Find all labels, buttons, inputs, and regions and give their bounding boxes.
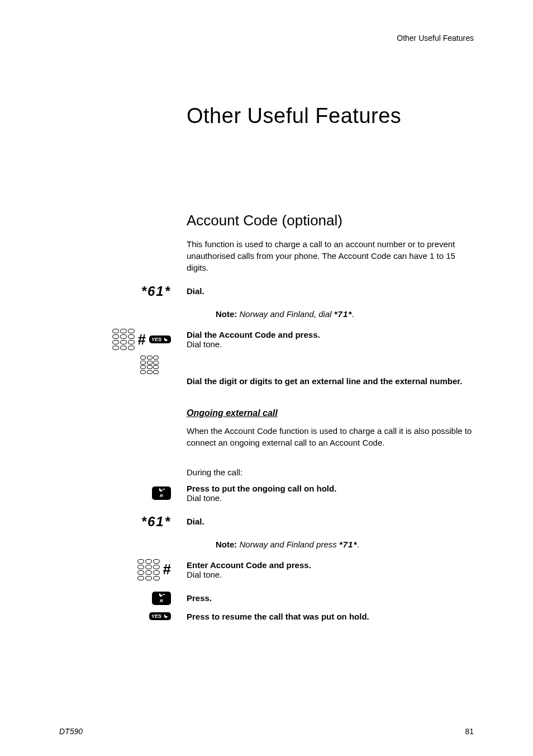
yes-label: YES <box>151 337 161 342</box>
note1-suffix: . <box>352 309 354 319</box>
svg-point-2 <box>163 594 164 595</box>
hold-line: Dial tone. <box>187 493 474 503</box>
during-call: During the call: <box>187 466 474 478</box>
note1-code: *71* <box>334 309 352 319</box>
hash-icon: # <box>138 331 146 348</box>
footer-page-number: 81 <box>465 727 474 736</box>
note-2: Note: Norway and Finland press *71*. <box>216 540 474 549</box>
note1-prefix: Note: <box>216 309 237 319</box>
enter-bold: Enter Account Code and press. <box>187 560 474 570</box>
enter-line: Dial tone. <box>187 570 474 579</box>
hash-icon-2: # <box>163 561 171 578</box>
svg-point-1 <box>164 489 165 490</box>
r-button-icon-2: R <box>152 592 171 605</box>
step3-bold: Dial the digit or digits to get an exter… <box>187 376 474 386</box>
yes-label-2: YES <box>151 613 161 619</box>
keypad-icon-2 <box>137 559 160 580</box>
yes-button-icon-2: YES <box>149 612 171 620</box>
yes-button-icon: YES <box>149 336 171 343</box>
r-label: R <box>160 494 163 498</box>
press-bold: Press. <box>187 593 474 603</box>
dial-label-2: Dial. <box>187 517 204 526</box>
dial-label-1: Dial. <box>187 286 204 296</box>
note-1: Note: Norway and Finland, dial *71*. <box>216 309 474 319</box>
page-title: Other Useful Features <box>187 104 474 128</box>
note2-suffix: . <box>357 540 359 549</box>
step2-bold: Dial the Account Code and press. <box>187 330 474 339</box>
resume-bold: Press to resume the call that was put on… <box>187 612 474 621</box>
subsection-intro: When the Account Code function is used t… <box>187 425 474 448</box>
note2-text: Norway and Finland press <box>237 540 339 549</box>
r-label-2: R <box>160 599 163 603</box>
note2-code: *71* <box>339 540 357 549</box>
keypad-icon <box>112 329 135 350</box>
page-header-right: Other Useful Features <box>59 34 474 42</box>
section-intro: This function is used to charge a call t… <box>187 238 474 273</box>
keypad-small-icon <box>140 356 159 374</box>
section-title: Account Code (optional) <box>187 212 474 229</box>
subsection-title: Ongoing external call <box>187 408 474 418</box>
footer-model: DT590 <box>59 727 83 736</box>
note2-prefix: Note: <box>216 540 237 549</box>
svg-point-3 <box>164 594 165 595</box>
svg-point-0 <box>163 489 164 490</box>
page-footer: DT590 81 <box>59 727 474 736</box>
hold-bold: Press to put the ongoing call on hold. <box>187 484 474 493</box>
dial-code-1: *61* <box>141 284 171 299</box>
step2-line: Dial tone. <box>187 339 474 349</box>
r-button-icon: R <box>152 486 171 500</box>
note1-text: Norway and Finland, dial <box>237 309 334 319</box>
dial-code-2: *61* <box>141 514 171 530</box>
